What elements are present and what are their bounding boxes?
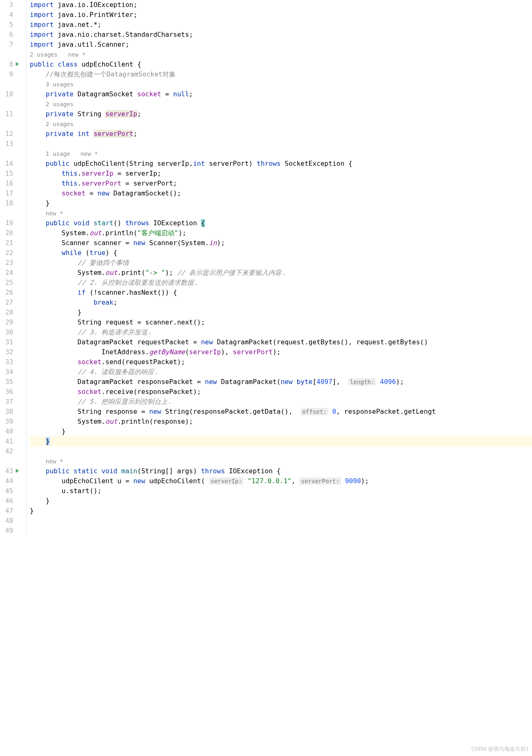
line-number: 20 [0,228,13,238]
code-line[interactable]: // 2. 从控制台读取要发送的请求数据. [30,278,532,288]
code-token: new * [46,458,63,465]
code-line[interactable]: while (true) { [30,248,532,258]
code-line[interactable]: public udpEchoCilent(String serverIp,int… [30,159,532,169]
line-number: 35 [0,377,13,387]
code-token: 4097 [317,378,333,386]
code-line[interactable]: DatagramPacket requestPacket = new Datag… [30,337,532,347]
line-number: 26 [0,288,13,298]
code-token: .send(requestPacket); [101,358,185,366]
code-token: ); [217,239,225,247]
code-line[interactable]: private int serverPort; [30,129,532,139]
code-line[interactable] [30,516,532,526]
code-line[interactable]: } [30,496,532,506]
code-token: // 5. 把响应显示到控制台上. [78,398,172,405]
code-line[interactable]: udpEchoCilent u = new udpEchoCilent( ser… [30,476,532,486]
line-number [0,99,13,109]
line-number: 16 [0,179,13,188]
code-line[interactable]: public static void main(String[] args) t… [30,466,532,476]
code-line[interactable]: } [30,198,532,208]
code-token: serverIp [189,348,221,356]
code-line[interactable]: u.start(); [30,486,532,496]
code-content-area[interactable]: import java.io.IOException;import java.i… [26,0,532,536]
code-line[interactable]: private String serverIp; [30,109,532,119]
code-line[interactable]: Scanner scanner = new Scanner(System.in)… [30,238,532,248]
code-token: java.io.IOException; [57,1,137,9]
run-icon[interactable] [16,62,19,66]
code-line[interactable]: new * [30,208,532,218]
code-line[interactable] [30,446,532,456]
run-icon[interactable] [16,469,19,473]
code-line[interactable]: new * [30,456,532,466]
line-number: 11 [0,109,13,119]
code-line[interactable]: public class udpEchoCilent { [30,60,532,69]
code-line[interactable]: import java.util.Scanner; [30,40,532,50]
code-line[interactable]: // 要做四个事情 [30,258,532,268]
code-line[interactable]: String response = new String(responsePac… [30,407,532,417]
code-token: String [78,110,105,118]
code-token: [ [313,378,317,386]
code-token: DatagramPacket requestPacket = [78,338,201,346]
code-line[interactable]: 2 usages [30,119,532,129]
code-token: serverPort) [209,160,257,167]
code-token: import [30,21,57,29]
code-line[interactable]: //每次都先创建一个DatagramSocket对象 [30,69,532,79]
line-number: 18 [0,198,13,208]
code-line[interactable]: 1 usage new * [30,149,532,159]
code-line[interactable]: InetAddress.getByName(serverIp), serverP… [30,347,532,357]
code-line[interactable]: import java.io.PrintWriter; [30,10,532,20]
code-line[interactable]: // 4. 读取服务器的响应. [30,367,532,377]
code-line[interactable]: socket = new DatagramSocket(); [30,188,532,198]
code-line[interactable]: this.serverIp = serverIp; [30,169,532,179]
code-line[interactable]: } [30,436,532,446]
code-line[interactable]: } [30,308,532,317]
line-number: 27 [0,298,13,308]
code-line[interactable]: String request = scanner.next(); [30,317,532,327]
code-line[interactable]: break; [30,298,532,308]
code-token: System. [78,417,105,425]
code-editor[interactable]: 3456789101112131415161718192021222324252… [0,0,532,536]
line-number: 41 [0,436,13,446]
line-number: 28 [0,308,13,317]
code-line[interactable]: public void start() throws IOException { [30,218,532,228]
line-number: 22 [0,248,13,258]
code-token: 3 usages [46,81,74,88]
code-token: = serverPort; [122,179,177,187]
code-token: new [201,338,217,346]
code-line[interactable]: socket.receive(responsePacket); [30,387,532,397]
code-token: } [46,497,50,505]
line-number: 15 [0,169,13,179]
code-line[interactable]: socket.send(requestPacket); [30,357,532,367]
code-token: "127.0.0.1" [248,477,291,485]
code-line[interactable]: import java.net.*; [30,20,532,30]
code-token: IOException { [229,467,281,475]
code-token: DatagramSocket(); [113,189,181,197]
code-line[interactable]: System.out.println(response); [30,417,532,427]
code-line[interactable]: // 5. 把响应显示到控制台上. [30,397,532,407]
code-line[interactable] [30,526,532,536]
code-line[interactable]: if (!scanner.hasNext()) { [30,288,532,298]
code-token: ; [137,110,141,118]
code-line[interactable]: private DatagramSocket socket = null; [30,89,532,99]
code-token: ); [273,348,281,356]
code-line[interactable]: 2 usages new * [30,50,532,60]
code-token: .print( [117,269,145,277]
code-line[interactable]: System.out.println("客户端启动"); [30,228,532,238]
code-line[interactable]: DatagramPacket responsePacket = new Data… [30,377,532,387]
code-token: 2 usages [46,121,74,127]
code-line[interactable]: import java.io.IOException; [30,0,532,10]
code-line[interactable] [30,139,532,149]
code-line[interactable]: this.serverPort = serverPort; [30,179,532,188]
code-line[interactable]: } [30,427,532,436]
code-token: udpEchoCilent { [81,60,141,68]
code-token: 2 usages [46,101,74,107]
code-token: { [201,219,205,227]
code-line[interactable]: import java.nio.charset.StandardCharsets… [30,30,532,40]
code-line[interactable]: } [30,506,532,516]
code-token: socket [137,90,161,98]
code-token: String response = [78,408,149,415]
code-line[interactable]: System.out.print("-> "); // 表示提示用户接下来要输入… [30,268,532,278]
code-line[interactable]: 2 usages [30,99,532,109]
code-token: . [78,179,82,187]
code-line[interactable]: 3 usages [30,79,532,89]
code-line[interactable]: // 3. 构造请求并发送. [30,327,532,337]
